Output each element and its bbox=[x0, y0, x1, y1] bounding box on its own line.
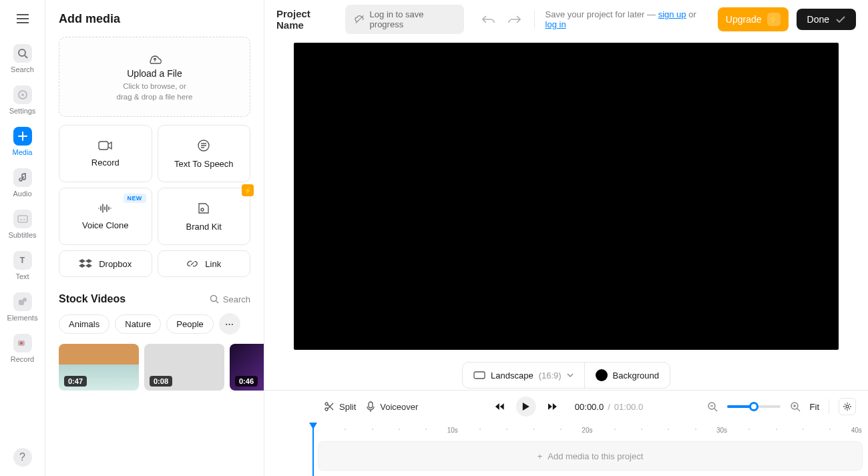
stock-thumbnail[interactable]: 0:47 bbox=[59, 344, 139, 391]
dropbox-icon bbox=[79, 258, 92, 269]
waveform-icon bbox=[97, 203, 114, 214]
sidebar-item-subtitles[interactable]: Subtitles bbox=[0, 204, 45, 246]
sidebar-item-media[interactable]: Media bbox=[0, 122, 45, 163]
svg-rect-12 bbox=[474, 372, 485, 379]
background-swatch bbox=[596, 369, 608, 381]
play-button[interactable] bbox=[516, 397, 536, 417]
stock-search[interactable]: Search bbox=[210, 294, 250, 304]
chip-more[interactable]: ⋯ bbox=[219, 313, 240, 334]
tile-label: Link bbox=[205, 259, 221, 269]
svg-point-18 bbox=[846, 405, 849, 408]
stock-title: Stock Videos bbox=[59, 293, 126, 305]
link-icon bbox=[186, 258, 198, 270]
tile-label: Brand Kit bbox=[186, 222, 222, 232]
timeline[interactable]: + Add media to this project bbox=[264, 423, 868, 476]
sidebar-item-settings[interactable]: Settings bbox=[0, 80, 45, 122]
svg-point-7 bbox=[20, 342, 23, 344]
tile-label: Voice Clone bbox=[82, 220, 128, 230]
link-tile[interactable]: Link bbox=[158, 250, 251, 277]
split-button[interactable]: Split bbox=[324, 402, 356, 412]
svg-point-5 bbox=[23, 298, 27, 302]
aspect-ratio-selector[interactable]: Landscape (16:9) bbox=[463, 363, 584, 388]
fit-button[interactable]: Fit bbox=[810, 402, 819, 412]
undo-button[interactable] bbox=[480, 10, 497, 29]
sidebar-item-label: Record bbox=[11, 355, 34, 363]
sidebar-item-label: Subtitles bbox=[8, 231, 36, 239]
svg-rect-15 bbox=[369, 402, 373, 408]
svg-rect-3 bbox=[18, 216, 27, 222]
dropbox-tile[interactable]: Dropbox bbox=[59, 250, 152, 277]
svg-rect-8 bbox=[99, 142, 108, 150]
sidebar: Search Settings Media Audio Subtitles T … bbox=[0, 0, 45, 476]
zoom-slider[interactable] bbox=[727, 405, 781, 408]
subtitles-icon bbox=[13, 210, 32, 228]
bolt-icon: ⚡ bbox=[767, 13, 781, 26]
mic-icon bbox=[367, 401, 375, 412]
check-icon bbox=[836, 16, 845, 23]
help-button[interactable]: ? bbox=[13, 448, 32, 467]
tts-tile[interactable]: Text To Speech bbox=[158, 125, 251, 182]
chevron-down-icon bbox=[567, 373, 574, 377]
upload-dropzone[interactable]: Upload a File Click to browse, ordrag & … bbox=[59, 37, 250, 117]
upload-subtitle: Click to browse, ordrag & drop a file he… bbox=[117, 81, 193, 102]
shapes-icon bbox=[13, 292, 32, 311]
speech-icon bbox=[197, 139, 210, 152]
search-icon bbox=[210, 294, 219, 304]
plus-icon bbox=[13, 127, 32, 146]
stock-thumbnail[interactable]: 0:46 bbox=[230, 344, 264, 391]
gear-icon bbox=[13, 85, 32, 104]
sidebar-item-label: Text bbox=[15, 272, 29, 280]
playhead[interactable] bbox=[312, 423, 314, 476]
svg-point-11 bbox=[210, 296, 216, 302]
topbar: Project Name Log in to save progress Sav… bbox=[264, 0, 868, 39]
upload-icon bbox=[147, 51, 163, 65]
signup-link[interactable]: sign up bbox=[658, 9, 686, 19]
done-button[interactable]: Done bbox=[797, 9, 856, 30]
voice-clone-tile[interactable]: NEW Voice Clone bbox=[59, 188, 152, 245]
tile-label: Record bbox=[91, 158, 120, 168]
sidebar-item-text[interactable]: T Text bbox=[0, 246, 45, 287]
timecode: 00:00.0/01:00.0 bbox=[575, 402, 643, 412]
skip-forward-button[interactable] bbox=[543, 397, 563, 417]
sidebar-item-audio[interactable]: Audio bbox=[0, 163, 45, 204]
svg-point-0 bbox=[19, 49, 25, 56]
record-icon bbox=[13, 334, 32, 352]
scissors-icon bbox=[324, 402, 334, 411]
brand-kit-tile[interactable]: ⚡ Brand Kit bbox=[158, 188, 251, 245]
save-hint: Save your project for later — sign up or… bbox=[546, 9, 710, 29]
panel-title: Add media bbox=[59, 12, 250, 26]
text-icon: T bbox=[13, 251, 32, 270]
background-selector[interactable]: Background bbox=[584, 363, 670, 388]
login-link[interactable]: log in bbox=[546, 19, 566, 29]
record-tile[interactable]: Record bbox=[59, 125, 152, 182]
skip-back-button[interactable] bbox=[489, 397, 509, 417]
stock-thumbnail[interactable]: 0:08 bbox=[144, 344, 224, 391]
menu-icon[interactable] bbox=[12, 8, 33, 29]
preview-canvas[interactable] bbox=[294, 43, 839, 350]
chip-people[interactable]: People bbox=[166, 314, 213, 334]
upgrade-button[interactable]: Upgrade ⚡ bbox=[718, 7, 789, 31]
chip-animals[interactable]: Animals bbox=[59, 314, 110, 334]
chip-nature[interactable]: Nature bbox=[115, 314, 161, 334]
media-panel: Add media Upload a File Click to browse,… bbox=[45, 0, 264, 476]
sidebar-item-record[interactable]: Record bbox=[0, 328, 45, 370]
timeline-ruler bbox=[312, 423, 868, 439]
project-name[interactable]: Project Name bbox=[276, 8, 337, 31]
sidebar-item-label: Search bbox=[11, 65, 34, 73]
sidebar-item-label: Audio bbox=[13, 190, 31, 198]
cloud-off-icon bbox=[355, 14, 365, 25]
login-save-button[interactable]: Log in to save progress bbox=[345, 5, 464, 34]
plus-icon: + bbox=[537, 451, 543, 461]
sidebar-item-elements[interactable]: Elements bbox=[0, 287, 45, 328]
sidebar-item-search[interactable]: Search bbox=[0, 39, 45, 80]
voiceover-button[interactable]: Voiceover bbox=[367, 401, 418, 412]
zoom-out-button[interactable] bbox=[707, 401, 718, 412]
duration-badge: 0:08 bbox=[150, 376, 172, 387]
sidebar-item-label: Settings bbox=[9, 107, 36, 115]
redo-button[interactable] bbox=[505, 10, 523, 29]
sidebar-item-label: Media bbox=[13, 148, 33, 156]
zoom-in-button[interactable] bbox=[790, 401, 801, 412]
svg-point-2 bbox=[21, 93, 24, 96]
add-media-track[interactable]: + Add media to this project bbox=[318, 441, 863, 471]
settings-button[interactable] bbox=[839, 398, 856, 415]
